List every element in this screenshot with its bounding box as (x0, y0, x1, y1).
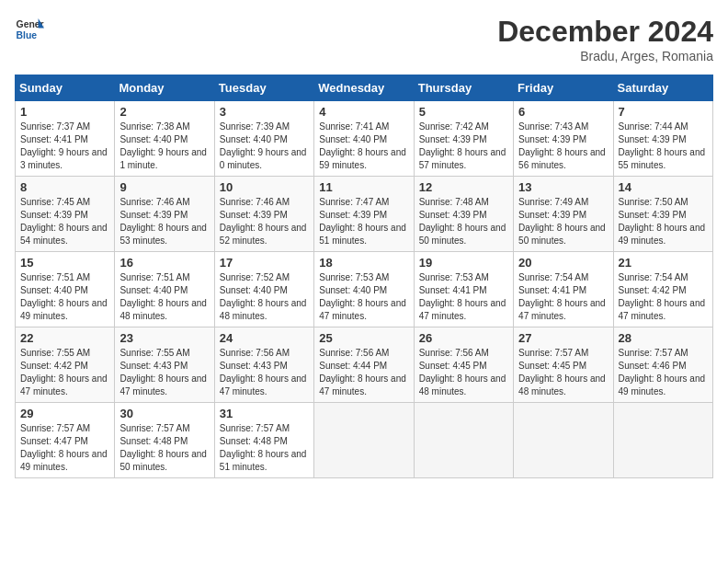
weekday-header: Monday (115, 75, 214, 101)
day-info: Sunrise: 7:57 AMSunset: 4:48 PMDaylight:… (220, 422, 309, 474)
day-number: 12 (419, 180, 508, 194)
weekday-header: Saturday (613, 75, 712, 101)
day-info: Sunrise: 7:57 AMSunset: 4:48 PMDaylight:… (119, 422, 209, 474)
calendar-week-row: 29Sunrise: 7:57 AMSunset: 4:47 PMDayligh… (16, 403, 713, 478)
weekday-header: Tuesday (214, 75, 313, 101)
svg-text:Blue: Blue (17, 30, 38, 40)
day-number: 11 (319, 180, 408, 194)
calendar-week-row: 1Sunrise: 7:37 AMSunset: 4:41 PMDaylight… (16, 101, 713, 177)
month-title: December 2024 (497, 15, 713, 49)
calendar-day-cell: 28Sunrise: 7:57 AMSunset: 4:46 PMDayligh… (613, 327, 712, 403)
day-number: 18 (319, 256, 408, 270)
day-info: Sunrise: 7:49 AMSunset: 4:39 PMDaylight:… (518, 196, 608, 247)
day-number: 14 (619, 180, 708, 194)
calendar-day-cell: 9Sunrise: 7:46 AMSunset: 4:39 PMDaylight… (115, 177, 214, 252)
day-number: 13 (518, 180, 608, 194)
day-number: 1 (20, 105, 109, 119)
calendar-day-cell: 15Sunrise: 7:51 AMSunset: 4:40 PMDayligh… (16, 252, 115, 327)
day-number: 4 (319, 105, 408, 119)
calendar-day-cell: 3Sunrise: 7:39 AMSunset: 4:40 PMDaylight… (214, 101, 313, 177)
day-number: 21 (619, 256, 708, 270)
location-subtitle: Bradu, Arges, Romania (497, 49, 713, 63)
day-info: Sunrise: 7:43 AMSunset: 4:39 PMDaylight:… (518, 121, 608, 172)
day-info: Sunrise: 7:46 AMSunset: 4:39 PMDaylight:… (119, 196, 209, 247)
calendar-day-cell: 7Sunrise: 7:44 AMSunset: 4:39 PMDaylight… (613, 101, 712, 177)
calendar-day-cell: 26Sunrise: 7:56 AMSunset: 4:45 PMDayligh… (414, 327, 513, 403)
calendar-day-cell: 24Sunrise: 7:56 AMSunset: 4:43 PMDayligh… (214, 327, 313, 403)
day-info: Sunrise: 7:48 AMSunset: 4:39 PMDaylight:… (419, 196, 508, 247)
calendar-day-cell: 6Sunrise: 7:43 AMSunset: 4:39 PMDaylight… (514, 101, 613, 177)
day-info: Sunrise: 7:54 AMSunset: 4:42 PMDaylight:… (619, 271, 708, 323)
calendar-day-cell: 10Sunrise: 7:46 AMSunset: 4:39 PMDayligh… (214, 177, 313, 252)
day-number: 27 (518, 331, 608, 345)
calendar-day-cell: 1Sunrise: 7:37 AMSunset: 4:41 PMDaylight… (16, 101, 115, 177)
calendar-day-cell: 17Sunrise: 7:52 AMSunset: 4:40 PMDayligh… (214, 252, 313, 327)
calendar-day-cell: 20Sunrise: 7:54 AMSunset: 4:41 PMDayligh… (514, 252, 613, 327)
calendar-day-cell: 4Sunrise: 7:41 AMSunset: 4:40 PMDaylight… (314, 101, 414, 177)
weekday-header: Friday (514, 75, 613, 101)
day-number: 17 (220, 256, 309, 270)
day-number: 2 (119, 105, 209, 119)
day-info: Sunrise: 7:56 AMSunset: 4:44 PMDaylight:… (319, 347, 408, 398)
calendar-day-cell: 13Sunrise: 7:49 AMSunset: 4:39 PMDayligh… (514, 177, 613, 252)
day-info: Sunrise: 7:56 AMSunset: 4:43 PMDaylight:… (220, 347, 309, 398)
calendar-day-cell: 2Sunrise: 7:38 AMSunset: 4:40 PMDaylight… (115, 101, 214, 177)
day-number: 7 (619, 105, 708, 119)
day-number: 10 (220, 180, 309, 194)
day-number: 28 (619, 331, 708, 345)
calendar-day-cell: 14Sunrise: 7:50 AMSunset: 4:39 PMDayligh… (613, 177, 712, 252)
day-info: Sunrise: 7:56 AMSunset: 4:45 PMDaylight:… (419, 347, 508, 398)
day-number: 3 (220, 105, 309, 119)
day-number: 6 (518, 105, 608, 119)
day-info: Sunrise: 7:46 AMSunset: 4:39 PMDaylight:… (220, 196, 309, 247)
calendar-week-row: 15Sunrise: 7:51 AMSunset: 4:40 PMDayligh… (16, 252, 713, 327)
weekday-header: Thursday (414, 75, 513, 101)
day-info: Sunrise: 7:39 AMSunset: 4:40 PMDaylight:… (220, 121, 309, 172)
day-number: 31 (220, 407, 309, 420)
weekday-header-row: SundayMondayTuesdayWednesdayThursdayFrid… (16, 75, 713, 101)
calendar-day-cell (613, 403, 712, 478)
day-number: 29 (20, 407, 109, 420)
logo: General Blue (15, 15, 44, 44)
calendar-day-cell: 30Sunrise: 7:57 AMSunset: 4:48 PMDayligh… (115, 403, 214, 478)
calendar-day-cell: 8Sunrise: 7:45 AMSunset: 4:39 PMDaylight… (16, 177, 115, 252)
day-info: Sunrise: 7:53 AMSunset: 4:41 PMDaylight:… (419, 271, 508, 323)
day-info: Sunrise: 7:47 AMSunset: 4:39 PMDaylight:… (319, 196, 408, 247)
calendar-day-cell: 18Sunrise: 7:53 AMSunset: 4:40 PMDayligh… (314, 252, 414, 327)
day-info: Sunrise: 7:53 AMSunset: 4:40 PMDaylight:… (319, 271, 408, 323)
day-info: Sunrise: 7:45 AMSunset: 4:39 PMDaylight:… (20, 196, 109, 247)
day-info: Sunrise: 7:51 AMSunset: 4:40 PMDaylight:… (20, 271, 109, 323)
calendar-day-cell: 21Sunrise: 7:54 AMSunset: 4:42 PMDayligh… (613, 252, 712, 327)
day-info: Sunrise: 7:57 AMSunset: 4:46 PMDaylight:… (619, 347, 708, 398)
calendar-day-cell: 12Sunrise: 7:48 AMSunset: 4:39 PMDayligh… (414, 177, 513, 252)
calendar-day-cell: 19Sunrise: 7:53 AMSunset: 4:41 PMDayligh… (414, 252, 513, 327)
day-info: Sunrise: 7:51 AMSunset: 4:40 PMDaylight:… (119, 271, 209, 323)
day-number: 25 (319, 331, 408, 345)
day-number: 9 (119, 180, 209, 194)
day-number: 22 (20, 331, 109, 345)
day-number: 5 (419, 105, 508, 119)
calendar-day-cell: 11Sunrise: 7:47 AMSunset: 4:39 PMDayligh… (314, 177, 414, 252)
day-number: 15 (20, 256, 109, 270)
calendar-day-cell: 16Sunrise: 7:51 AMSunset: 4:40 PMDayligh… (115, 252, 214, 327)
calendar-day-cell: 31Sunrise: 7:57 AMSunset: 4:48 PMDayligh… (214, 403, 313, 478)
day-info: Sunrise: 7:52 AMSunset: 4:40 PMDaylight:… (220, 271, 309, 323)
day-number: 16 (119, 256, 209, 270)
day-number: 23 (119, 331, 209, 345)
day-info: Sunrise: 7:57 AMSunset: 4:47 PMDaylight:… (20, 422, 109, 474)
day-number: 8 (20, 180, 109, 194)
calendar-day-cell (314, 403, 414, 478)
calendar-day-cell: 23Sunrise: 7:55 AMSunset: 4:43 PMDayligh… (115, 327, 214, 403)
day-info: Sunrise: 7:54 AMSunset: 4:41 PMDaylight:… (518, 271, 608, 323)
day-info: Sunrise: 7:57 AMSunset: 4:45 PMDaylight:… (518, 347, 608, 398)
day-number: 30 (119, 407, 209, 420)
day-info: Sunrise: 7:37 AMSunset: 4:41 PMDaylight:… (20, 121, 109, 172)
calendar-day-cell: 27Sunrise: 7:57 AMSunset: 4:45 PMDayligh… (514, 327, 613, 403)
calendar-day-cell: 22Sunrise: 7:55 AMSunset: 4:42 PMDayligh… (16, 327, 115, 403)
calendar-week-row: 8Sunrise: 7:45 AMSunset: 4:39 PMDaylight… (16, 177, 713, 252)
calendar-day-cell: 25Sunrise: 7:56 AMSunset: 4:44 PMDayligh… (314, 327, 414, 403)
calendar-table: SundayMondayTuesdayWednesdayThursdayFrid… (15, 75, 713, 478)
day-number: 20 (518, 256, 608, 270)
weekday-header: Sunday (16, 75, 115, 101)
day-number: 26 (419, 331, 508, 345)
